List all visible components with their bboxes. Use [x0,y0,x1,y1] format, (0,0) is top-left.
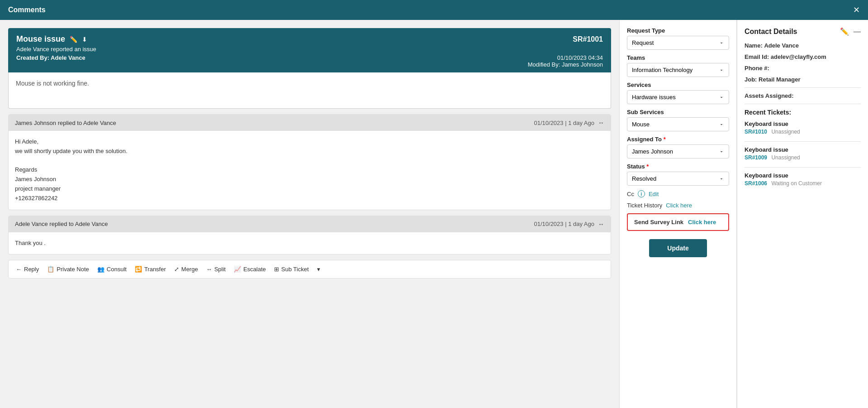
minimize-panel-icon[interactable]: — [854,27,861,36]
comment-header-1: James Johnson replied to Adele Vance 01/… [9,115,611,131]
comment-card-1: James Johnson replied to Adele Vance 01/… [8,114,611,210]
ticket-header-top: Mouse issue ✏️ ⬇ SR#1001 [16,34,603,44]
teams-select[interactable]: Information Technology [627,63,729,77]
cc-row: Cc i Edit [627,190,729,197]
private-note-label: Private Note [57,266,89,273]
ticket-modified-by: Modified By: James Johnson [528,61,603,68]
sub-services-field: Sub Services Mouse [627,109,729,131]
modal-body: Mouse issue ✏️ ⬇ SR#1001 Adele Vance rep… [0,20,868,408]
comment-meta-1: 01/10/2023 | 1 day Ago ↔ [534,119,605,126]
reply-button[interactable]: ← Reply [16,266,39,273]
contact-email-field: Email Id: adelev@clayfly.com [745,53,861,60]
request-type-select[interactable]: Request [627,36,729,50]
comment-expand-icon-1[interactable]: ↔ [598,119,604,126]
more-options-button[interactable]: ▾ [317,266,320,273]
services-label: Services [627,82,729,88]
contact-panel-header: Contact Details ✏️ — [745,27,861,36]
sub-services-select[interactable]: Mouse [627,117,729,131]
ticket-history-label: Ticket History [627,202,662,209]
recent-ticket-meta-3: SR#1006 Waiting on Customer [745,180,861,187]
right-panel: Contact Details ✏️ — Name: Adele Vance E… [737,20,868,408]
comment-date-1: 01/10/2023 | 1 day Ago [534,120,595,126]
contact-job-field: Job: Retail Manager [745,76,861,83]
cc-info-icon[interactable]: i [638,190,645,197]
contact-job-label: Job: [745,76,757,83]
services-select[interactable]: Hardware issues [627,90,729,104]
modified-by-label: Modified By: [528,61,560,68]
assigned-to-required: * [664,136,666,143]
update-button[interactable]: Update [649,239,707,257]
escalate-button[interactable]: 📈 Escalate [234,266,266,273]
modal-title: Comments [8,6,46,14]
cc-edit-link[interactable]: Edit [649,191,659,197]
download-ticket-icon[interactable]: ⬇ [82,36,87,43]
sub-ticket-icon: ⊞ [274,266,279,273]
contact-name-field: Name: Adele Vance [745,42,861,49]
request-type-label: Request Type [627,27,729,34]
edit-contact-icon[interactable]: ✏️ [840,27,849,36]
contact-job-value: Retail Manager [759,76,800,83]
status-field: Status * Resolved [627,163,729,186]
send-survey-label: Send Survey Link [634,219,683,226]
left-panel: Mouse issue ✏️ ⬇ SR#1001 Adele Vance rep… [0,20,619,408]
teams-field: Teams Information Technology [627,54,729,77]
reply-label: Reply [24,266,39,273]
ticket-title-text: Mouse issue [16,34,65,44]
assigned-to-select[interactable]: James Johnson [627,144,729,158]
recent-ticket-item-1: Keyboard issue SR#1010 Unassigned [745,120,861,135]
teams-label: Teams [627,54,729,61]
recent-ticket-sr-3[interactable]: SR#1006 [745,180,767,187]
created-by-label: Created By: [16,54,49,61]
recent-ticket-name-2: Keyboard issue [745,146,861,153]
recent-ticket-meta-1: SR#1010 Unassigned [745,129,861,135]
close-button[interactable]: ✕ [853,5,860,15]
ticket-reported-by: Adele Vance reported an issue [16,46,603,53]
contact-panel-title: Contact Details [745,28,797,36]
modified-by-value: James Johnson [562,61,603,68]
request-type-field: Request Type Request [627,27,729,50]
ticket-history-link[interactable]: Click here [666,202,692,209]
recent-ticket-sr-2[interactable]: SR#1009 [745,154,767,161]
escalate-icon: 📈 [234,266,241,273]
reply-arrow-icon: ← [16,266,22,273]
panel-action-icons: ✏️ — [840,27,861,36]
recent-ticket-status-3: Waiting on Customer [771,180,822,187]
recent-ticket-item-3: Keyboard issue SR#1006 Waiting on Custom… [745,172,861,187]
comment-date-2: 01/10/2023 | 1 day Ago [534,221,595,227]
contact-name-value: Adele Vance [764,42,799,49]
merge-button[interactable]: ⤢ Merge [174,266,198,273]
status-label: Status * [627,163,729,170]
comment-author-1: James Johnson replied to Adele Vance [15,120,116,126]
escalate-label: Escalate [243,266,266,273]
edit-ticket-icon[interactable]: ✏️ [70,36,77,43]
send-survey-link[interactable]: Click here [688,219,716,226]
split-icon: ↔ [206,266,212,273]
consult-button[interactable]: 👥 Consult [97,266,127,273]
private-note-button[interactable]: 📋 Private Note [47,266,89,273]
bottom-toolbar: ← Reply 📋 Private Note 👥 Consult 🔁 Trans… [8,260,611,278]
transfer-button[interactable]: 🔁 Transfer [135,266,166,273]
recent-ticket-item-2: Keyboard issue SR#1009 Unassigned [745,146,861,161]
sub-ticket-button[interactable]: ⊞ Sub Ticket [274,266,309,273]
contact-divider [745,87,861,88]
ticket-title-row: Mouse issue ✏️ ⬇ [16,34,87,44]
split-label: Split [214,266,226,273]
status-select[interactable]: Resolved [627,172,729,186]
recent-ticket-name-1: Keyboard issue [745,120,861,127]
recent-ticket-divider-2 [745,167,861,168]
comment-meta-2: 01/10/2023 | 1 day Ago ↔ [534,221,605,228]
ticket-body: Mouse is not working fine. [8,72,611,109]
ticket-datetime: 01/10/2023 04:34 [528,54,603,61]
comment-expand-icon-2[interactable]: ↔ [598,221,604,228]
status-required: * [646,163,649,170]
transfer-icon: 🔁 [135,266,142,273]
recent-ticket-meta-2: SR#1009 Unassigned [745,154,861,161]
contact-email-value: adelev@clayfly.com [771,53,826,60]
split-button[interactable]: ↔ Split [206,266,226,273]
ticket-header: Mouse issue ✏️ ⬇ SR#1001 Adele Vance rep… [8,28,611,72]
recent-ticket-sr-1[interactable]: SR#1010 [745,129,767,135]
recent-tickets-title: Recent Tickets: [745,109,861,116]
created-by-value: Adele Vance [51,54,85,61]
recent-ticket-status-1: Unassigned [771,129,800,135]
contact-phone-label: Phone #: [745,65,769,72]
